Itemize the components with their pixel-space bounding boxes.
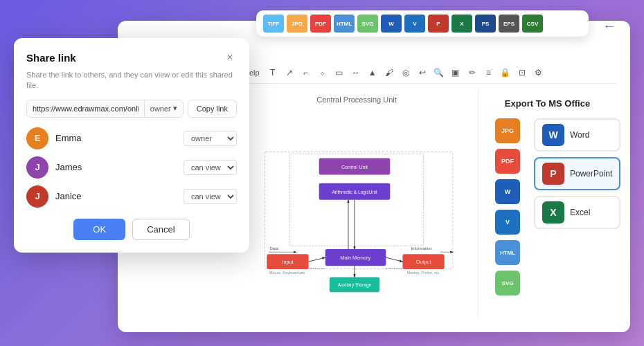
svg-text:Output: Output <box>416 259 431 265</box>
svg-text:Data: Data <box>269 246 278 251</box>
export-powerpoint-item[interactable]: P PowerPoint <box>534 157 620 190</box>
word-icon: W <box>542 124 564 146</box>
format-eps[interactable]: EPS <box>499 15 519 33</box>
svg-text:Input: Input <box>282 259 293 265</box>
tool-arrow[interactable]: ↗ <box>282 65 297 80</box>
export-small-svg[interactable]: SVG <box>495 271 520 295</box>
close-button[interactable]: × <box>223 51 237 64</box>
tool-fill[interactable]: 🖌 <box>382 65 397 80</box>
export-small-word[interactable]: W <box>495 179 520 204</box>
avatar-james: J <box>26 156 48 179</box>
word-label: Word <box>570 130 589 140</box>
export-main-icons: W Word P PowerPoint X Excel <box>534 118 620 229</box>
format-ps[interactable]: PS <box>475 15 496 33</box>
format-pdf[interactable]: PDF <box>310 15 331 33</box>
share-dialog: Share link × Share the link to others, a… <box>14 38 249 253</box>
export-small-icons: JPG PDF W V HTML SVG <box>487 118 528 295</box>
format-tiff[interactable]: TIFF <box>263 15 284 33</box>
role-select-emma[interactable]: owner can view can edit <box>184 131 237 146</box>
svg-text:Main Memory: Main Memory <box>340 255 370 261</box>
role-select-james[interactable]: can view owner can edit <box>184 160 237 175</box>
svg-text:Monitor, Printer, etc.: Monitor, Printer, etc. <box>406 271 440 275</box>
tool-zoom[interactable]: 🔍 <box>431 65 447 80</box>
tool-pen[interactable]: ✏ <box>465 65 480 80</box>
link-input[interactable] <box>27 100 144 117</box>
role-select-janice[interactable]: can view owner can edit <box>184 189 237 204</box>
dialog-title: Share link <box>26 52 76 64</box>
svg-text:Control Unit: Control Unit <box>341 164 368 170</box>
svg-line-21 <box>386 257 402 262</box>
tool-list[interactable]: ≡ <box>481 65 497 80</box>
tool-line[interactable]: ↔ <box>348 65 364 80</box>
format-jpg[interactable]: JPG <box>287 15 307 33</box>
person-row-janice: J Janice can view owner can edit <box>26 185 237 208</box>
chevron-down-icon: ▾ <box>173 104 177 113</box>
format-visio[interactable]: V <box>404 15 425 33</box>
excel-label: Excel <box>570 208 590 217</box>
svg-text:Auxilary Storage: Auxilary Storage <box>338 282 372 288</box>
dialog-actions: OK Cancel <box>26 219 237 240</box>
tool-settings[interactable]: ⚙ <box>531 65 546 80</box>
excel-icon: X <box>542 201 564 224</box>
person-name-emma: Emma <box>55 133 177 143</box>
tool-curve[interactable]: ↩ <box>415 65 430 80</box>
export-panel: Export To MS Office JPG PDF W V HTML SVG… <box>478 90 616 318</box>
tool-lock[interactable]: 🔒 <box>498 65 513 80</box>
avatar-emma: E <box>26 127 48 149</box>
export-title: Export To MS Office <box>487 98 608 109</box>
format-svg[interactable]: SVG <box>357 15 378 33</box>
export-small-pdf[interactable]: PDF <box>495 149 520 174</box>
export-small-html[interactable]: HTML <box>495 240 520 265</box>
dialog-header: Share link × <box>26 51 237 64</box>
copy-link-button[interactable]: Copy link <box>188 100 237 118</box>
powerpoint-icon: P <box>542 163 564 185</box>
format-csv[interactable]: CSV <box>522 15 543 33</box>
person-name-janice: Janice <box>55 191 177 201</box>
powerpoint-label: PowerPoint <box>570 169 612 179</box>
tool-rect[interactable]: ▭ <box>332 65 347 80</box>
tool-circle[interactable]: ◎ <box>398 65 413 80</box>
tool-text[interactable]: T <box>265 65 280 80</box>
export-excel-item[interactable]: X Excel <box>534 196 620 229</box>
person-name-james: James <box>55 162 177 172</box>
tool-triangle[interactable]: ▲ <box>365 65 380 80</box>
arrow-indicator: ← <box>602 18 616 34</box>
diagram-title: Central Processing Unit <box>235 90 478 107</box>
export-grid: JPG PDF W V HTML SVG W Word P PowerPoint… <box>487 118 608 295</box>
avatar-janice: J <box>26 185 48 208</box>
export-word-item[interactable]: W Word <box>534 118 620 152</box>
export-small-visio[interactable]: V <box>495 210 520 235</box>
tool-select[interactable]: ▣ <box>448 65 463 80</box>
format-toolbar: TIFF JPG PDF HTML SVG W V P X PS EPS CSV <box>256 10 589 37</box>
ok-button[interactable]: OK <box>73 219 125 240</box>
format-word[interactable]: W <box>381 15 402 33</box>
svg-text:Information: Information <box>411 246 431 251</box>
format-excel[interactable]: X <box>451 15 472 33</box>
export-small-jpg[interactable]: JPG <box>495 118 520 143</box>
dialog-description: Share the link to others, and they can v… <box>26 70 237 91</box>
people-list: E Emma owner can view can edit J James c… <box>26 127 237 208</box>
svg-text:Mouse, Keyboard,etc.: Mouse, Keyboard,etc. <box>269 271 306 275</box>
svg-line-20 <box>309 257 325 262</box>
link-role-button[interactable]: owner ▾ <box>144 100 183 117</box>
link-row: owner ▾ Copy link <box>26 100 237 118</box>
person-row-james: J James can view owner can edit <box>26 156 237 179</box>
person-row-emma: E Emma owner can view can edit <box>26 127 237 149</box>
format-ppt[interactable]: P <box>428 15 449 33</box>
link-input-wrap: owner ▾ <box>26 100 184 118</box>
tool-shape[interactable]: ⬦ <box>315 65 330 80</box>
tool-grid[interactable]: ⊡ <box>515 65 530 80</box>
cancel-button[interactable]: Cancel <box>132 219 189 240</box>
tool-corner[interactable]: ⌐ <box>298 65 314 80</box>
format-html[interactable]: HTML <box>334 15 355 33</box>
diagram-area: Central Processing Unit Control Unit Ari… <box>235 90 478 318</box>
svg-text:Arithmetic & LogicUnit: Arithmetic & LogicUnit <box>332 190 377 195</box>
help-toolbar: Help T ↗ ⌐ ⬦ ▭ ↔ ▲ 🖌 ◎ ↩ 🔍 ▣ ✏ ≡ 🔒 ⊡ ⚙ <box>235 62 616 84</box>
cpu-diagram-svg: Control Unit Arithmetic & LogicUnit Data… <box>235 107 478 318</box>
